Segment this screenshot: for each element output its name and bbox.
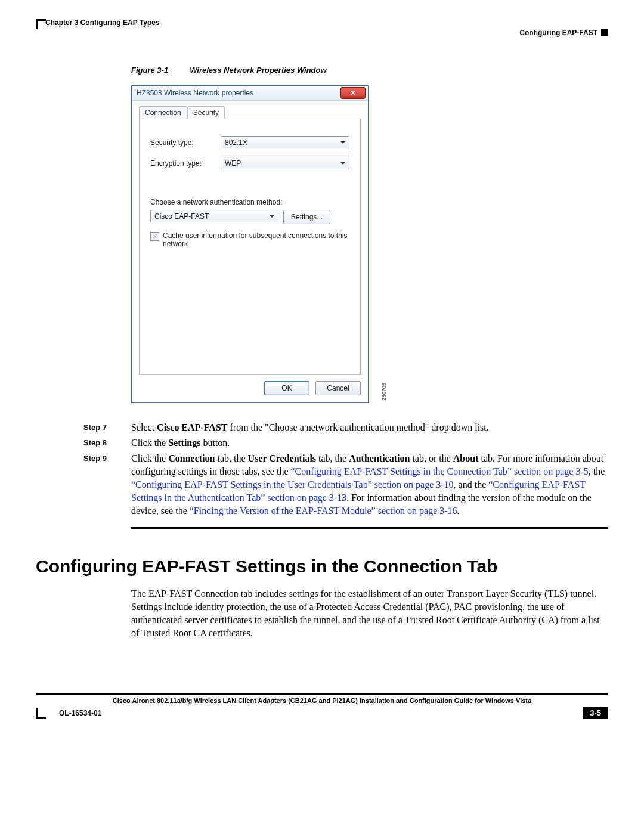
- footer-page-number: 3-5: [583, 707, 608, 719]
- figure-title: Wireless Network Properties Window: [190, 66, 327, 75]
- security-type-select[interactable]: 802.1X: [221, 136, 349, 148]
- cache-user-info-checkbox[interactable]: [150, 232, 159, 241]
- figure-label: Figure 3-1: [131, 66, 168, 75]
- wireless-properties-dialog: HZ3503 Wireless Network properties ✕ Con…: [131, 85, 369, 403]
- step9-label: Step 9: [83, 452, 131, 518]
- tab-connection[interactable]: Connection: [139, 106, 187, 119]
- auth-method-value: Cisco EAP-FAST: [154, 212, 209, 221]
- section-heading: Configuring EAP-FAST Settings in the Con…: [36, 556, 608, 577]
- tab-security[interactable]: Security: [187, 106, 225, 119]
- step7-label: Step 7: [83, 421, 131, 434]
- encryption-type-select[interactable]: WEP: [221, 157, 349, 169]
- settings-button[interactable]: Settings...: [283, 210, 330, 224]
- link-user-credentials-section[interactable]: “Configuring EAP-FAST Settings in the Us…: [131, 479, 454, 490]
- crop-mark-bottom-left: [36, 708, 46, 719]
- header-section: Configuring EAP-FAST: [519, 29, 597, 37]
- cancel-button[interactable]: Cancel: [315, 381, 361, 395]
- steps-end-rule: [131, 527, 608, 529]
- step8-label: Step 8: [83, 436, 131, 450]
- crop-mark-top-left: [36, 19, 46, 29]
- auth-method-select[interactable]: Cisco EAP-FAST: [150, 210, 278, 222]
- cache-user-info-label: Cache user information for subsequent co…: [163, 231, 349, 248]
- dialog-title: HZ3503 Wireless Network properties: [137, 89, 253, 97]
- section-paragraph: The EAP-FAST Connection tab includes set…: [131, 587, 608, 640]
- header-chapter: Chapter 3 Configuring EAP Types: [45, 18, 160, 27]
- close-icon[interactable]: ✕: [340, 87, 366, 99]
- step8-text: Click the Settings button.: [131, 436, 608, 450]
- security-type-value: 802.1X: [225, 138, 247, 147]
- step9-text: Click the Connection tab, the User Crede…: [131, 452, 608, 518]
- ok-button[interactable]: OK: [264, 381, 309, 395]
- dialog-titlebar: HZ3503 Wireless Network properties ✕: [132, 86, 368, 101]
- security-tab-panel: Security type: 802.1X Encryption type: W…: [139, 119, 361, 375]
- figure-id: 230705: [381, 383, 387, 401]
- footer-rule: [36, 693, 608, 695]
- header-end-marker: [601, 29, 608, 36]
- footer-doc-number: OL-16534-01: [59, 709, 101, 717]
- footer-book-title: Cisco Aironet 802.11a/b/g Wireless LAN C…: [36, 697, 608, 704]
- security-type-label: Security type:: [150, 138, 221, 147]
- auth-method-label: Choose a network authentication method:: [150, 198, 349, 206]
- link-connection-tab-section[interactable]: “Configuring EAP-FAST Settings in the Co…: [291, 466, 589, 476]
- encryption-type-label: Encryption type:: [150, 159, 221, 168]
- step7-text: Select Cisco EAP-FAST from the "Choose a…: [131, 421, 608, 434]
- encryption-type-value: WEP: [225, 159, 241, 168]
- figure-caption: Figure 3-1Wireless Network Properties Wi…: [131, 66, 608, 75]
- link-finding-version-section[interactable]: “Finding the Version of the EAP-FAST Mod…: [190, 506, 457, 516]
